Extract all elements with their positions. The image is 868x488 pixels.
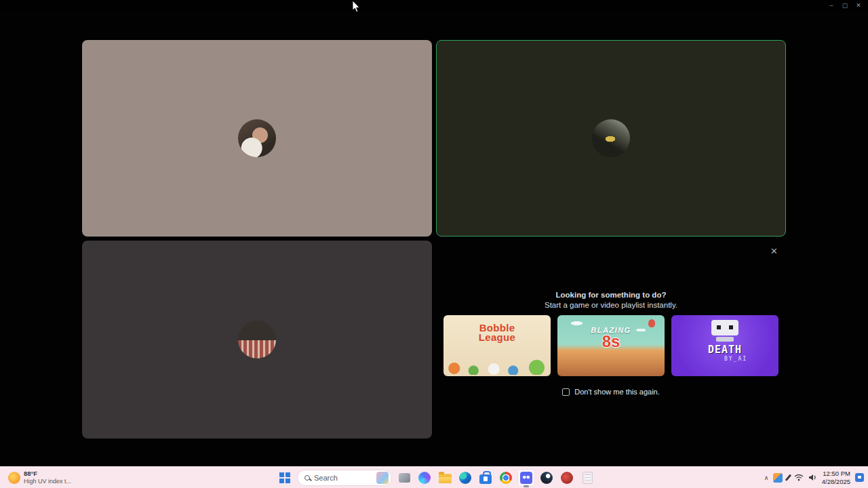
game-title: Bobble League (443, 323, 551, 342)
game-title-line2: 8s (557, 334, 665, 349)
game-card-blazing-8s[interactable]: BLAZING 8s (557, 315, 665, 376)
tray-app-icon[interactable] (773, 473, 783, 483)
edge-button[interactable] (457, 470, 473, 486)
promo-subheading: Start a game or video playlist instantly… (545, 301, 677, 309)
chrome-icon (500, 472, 512, 484)
file-explorer-icon (439, 474, 452, 483)
red-app-icon (561, 472, 573, 484)
participant-tile[interactable] (82, 40, 432, 237)
game-art-characters (443, 356, 551, 375)
weather-temperature: 88°F (24, 470, 71, 478)
hidden-icons-chevron[interactable]: ∧ (764, 474, 769, 481)
mouse-cursor (352, 1, 360, 16)
game-title-line2: League (443, 333, 551, 342)
red-app-button[interactable] (559, 470, 575, 486)
promo-heading: Looking for something to do? (545, 291, 677, 299)
voice-call-grid: ✕ Looking for something to do? Start a g… (82, 40, 786, 439)
pen-icon[interactable] (785, 474, 791, 481)
steam-button[interactable] (538, 470, 555, 486)
search-highlight-icon (376, 472, 389, 484)
copilot-icon (418, 472, 431, 484)
game-card-death-by-ai[interactable]: DEATH BY_AI (671, 315, 778, 376)
discord-button-active[interactable] (518, 470, 534, 486)
taskbar-center-apps: Search (277, 467, 595, 488)
game-title: DEATH BY_AI (671, 344, 778, 362)
participant-tile[interactable] (82, 241, 432, 439)
chrome-button[interactable] (498, 470, 514, 486)
weather-description: High UV index t... (24, 478, 71, 485)
dismiss-row[interactable]: Don't show me this again. (562, 388, 660, 396)
game-title-line2: BY_AI (682, 356, 778, 362)
dismiss-label: Don't show me this again. (574, 388, 660, 396)
windows-taskbar: 88°F High UV index t... Search ∧ (0, 466, 868, 488)
start-button[interactable] (277, 470, 293, 486)
participant-avatar (592, 119, 630, 157)
search-icon (304, 475, 310, 481)
notification-icon[interactable] (855, 473, 864, 482)
window-controls: – ▢ ✕ (825, 0, 868, 11)
steam-icon (540, 472, 553, 484)
store-icon (479, 474, 492, 484)
tray-date: 4/28/2025 (822, 478, 850, 485)
activity-promo-panel: ✕ Looking for something to do? Start a g… (436, 241, 786, 439)
clock[interactable]: 12:50 PM 4/28/2025 (822, 470, 850, 485)
robot-art (710, 320, 740, 342)
robot-head-art (711, 320, 738, 336)
game-title: BLAZING 8s (557, 326, 665, 349)
wifi-icon[interactable] (794, 474, 804, 481)
notepad-button[interactable] (579, 470, 595, 486)
game-title-line1: DEATH (671, 344, 778, 356)
window-titlebar: – ▢ ✕ (0, 0, 868, 11)
system-tray: ∧ 12:50 PM 4/28/2025 (764, 467, 864, 488)
task-view-icon (399, 473, 410, 483)
copilot-button[interactable] (416, 470, 433, 486)
search-placeholder: Search (314, 474, 338, 482)
game-cards-row: Bobble League BLAZING 8s DEATH (443, 315, 778, 376)
windows-logo-icon (279, 472, 290, 483)
promo-heading-block: Looking for something to do? Start a gam… (545, 291, 677, 309)
volume-icon[interactable] (808, 474, 817, 481)
participant-tile-speaking[interactable] (436, 40, 786, 237)
close-button[interactable]: ✕ (852, 0, 865, 11)
maximize-button[interactable]: ▢ (838, 0, 852, 11)
dont-show-again-checkbox[interactable] (562, 388, 570, 396)
file-explorer-button[interactable] (437, 470, 453, 486)
tray-time: 12:50 PM (822, 470, 850, 477)
game-card-bobble-league[interactable]: Bobble League (443, 315, 551, 376)
participant-avatar (238, 321, 276, 359)
active-app-indicator (524, 485, 529, 487)
discord-icon (520, 472, 532, 484)
sun-icon (8, 472, 20, 484)
participant-avatar (238, 119, 276, 157)
search-box[interactable]: Search (297, 470, 392, 486)
weather-text: 88°F High UV index t... (24, 470, 71, 485)
store-button[interactable] (477, 470, 494, 486)
close-icon[interactable]: ✕ (770, 247, 778, 256)
robot-body-art (716, 337, 734, 342)
task-view-button[interactable] (396, 470, 412, 486)
edge-icon (459, 472, 471, 484)
weather-widget[interactable]: 88°F High UV index t... (4, 467, 75, 488)
minimize-button[interactable]: – (825, 0, 838, 11)
notepad-icon (583, 472, 593, 484)
